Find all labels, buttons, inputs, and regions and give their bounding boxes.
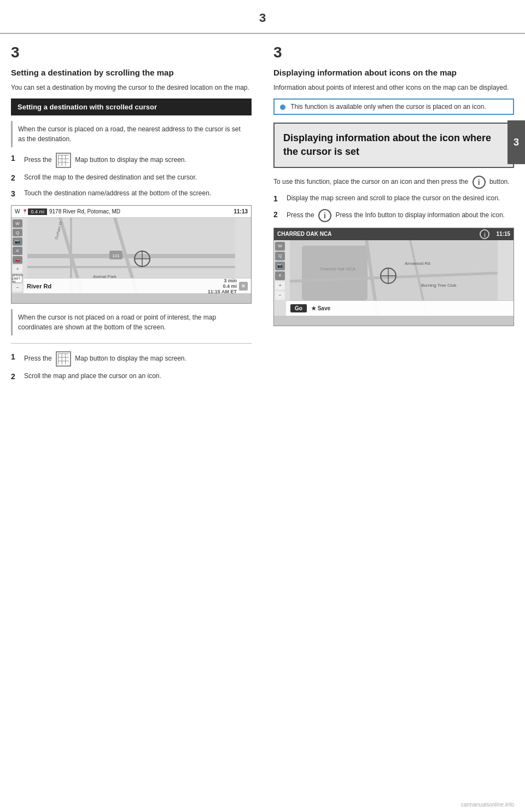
map-info-icon[interactable]: i — [480, 229, 489, 239]
left-section-title: Setting a destination by scrolling the m… — [11, 67, 252, 78]
right-highlight-box: Displaying information about the icon wh… — [273, 123, 514, 167]
eta-min-1: 3 min — [208, 278, 237, 283]
right-intro-text: Information about points of interest and… — [273, 83, 514, 93]
step2-number-1: 1 — [11, 351, 24, 363]
left-note-text-2: When the cursor is not placed on a road … — [18, 314, 216, 331]
main-columns: 3 Setting a destination by scrolling the… — [0, 38, 525, 812]
left-note-box-2: When the cursor is not placed on a road … — [11, 309, 252, 335]
right-step-2: 2 Press the i Press the Info button to d… — [273, 209, 514, 222]
svg-rect-14 — [302, 246, 368, 300]
right-blue-note: This function is available only when the… — [273, 98, 514, 115]
step2-text-1: Press the Map button to display the map … — [24, 351, 252, 367]
right-column: 3 Displaying information about icons on … — [268, 38, 514, 812]
top-border — [0, 33, 525, 34]
left-column: 3 Setting a destination by scrolling the… — [11, 38, 257, 812]
svg-text:Charred Oak NCA: Charred Oak NCA — [320, 266, 356, 271]
sidebar-vehicle-icon[interactable]: 🚗 — [13, 256, 22, 264]
step-number-2: 2 — [11, 172, 24, 184]
step-text-2: Scroll the map to the desired destinatio… — [24, 172, 252, 182]
map-body-1: W Q 📷 ≡ 🚗 + SPEEDLIMIT40 − — [11, 218, 251, 293]
step2-text-2: Scroll the map and place the cursor on a… — [24, 371, 252, 381]
sidebar-plus-icon[interactable]: + — [13, 265, 22, 273]
watermark: carmanualsonline.info — [461, 802, 514, 808]
svg-text:Burning Tree Club: Burning Tree Club — [421, 283, 457, 288]
step-number-1: 1 — [11, 153, 24, 164]
map-grid-icon-2[interactable] — [56, 351, 71, 367]
left-step-1: 1 Press the Map button to display the ma… — [11, 153, 252, 168]
highlight-box-text: Displaying information about the icon wh… — [283, 132, 491, 157]
map-street-name-1: River Rd — [27, 283, 51, 289]
step2-number-2: 2 — [11, 371, 24, 382]
left-black-bar: Setting a destination with scrolled curs… — [11, 98, 252, 115]
left-note-box: When the cursor is placed on a road, the… — [11, 121, 252, 147]
map-time-2: 11:15 — [496, 231, 510, 237]
map-top-bar-1: W 📍 0.4 mi 9178 River Rd, Potomac, MD 11… — [11, 206, 251, 218]
svg-text:101: 101 — [112, 253, 120, 258]
info-circle-icon[interactable]: i — [472, 176, 486, 189]
map-title-2: CHARRED OAK NCA — [277, 231, 477, 237]
map-body-2: W Q 📷 ≡ + − Charred Oak NCA — [274, 240, 514, 316]
left-intro-text: You can set a destination by moving the … — [11, 83, 252, 93]
chapter-tab-number: 3 — [514, 137, 519, 148]
sidebar-layers-icon[interactable]: ≡ — [13, 247, 22, 255]
sidebar2-camera-icon[interactable]: 📷 — [275, 262, 285, 270]
sidebar-globe-icon[interactable]: W — [13, 219, 22, 228]
left-black-bar-text: Setting a destination with scrolled curs… — [18, 103, 157, 111]
map-grid-icon-1[interactable] — [56, 153, 71, 168]
right-step-number-2: 2 — [273, 209, 287, 221]
right-steps-intro: To use this function, place the cursor o… — [273, 176, 514, 189]
right-section-number: 3 — [273, 44, 514, 61]
right-step-number-1: 1 — [273, 193, 287, 205]
sidebar2-plus-icon[interactable]: + — [275, 281, 285, 290]
map-address-1: 9178 River Rd, Potomac, MD — [49, 208, 234, 214]
chapter-tab: 3 — [508, 120, 525, 164]
step-number-3: 3 — [11, 188, 24, 200]
map-distance-1: 0.4 mi — [28, 208, 47, 215]
left-step-3: 3 Touch the destination name/address at … — [11, 188, 252, 200]
sidebar-camera-icon[interactable]: 📷 — [13, 237, 22, 246]
save-button[interactable]: ★ Save — [311, 305, 330, 311]
svg-text:Arrowood Rd: Arrowood Rd — [405, 261, 430, 266]
go-button[interactable]: Go — [290, 304, 307, 312]
map-eta-1: 3 min 0.4 mi 11:15 AM ET — [208, 278, 237, 294]
map-bottom-bar-2: Go ★ Save — [286, 300, 514, 316]
map-screenshot-1: W 📍 0.4 mi 9178 River Rd, Potomac, MD 11… — [11, 205, 252, 304]
sidebar-speed-icon: SPEEDLIMIT40 — [13, 274, 22, 283]
left-step2-1: 1 Press the Map button to display the ma… — [11, 351, 252, 367]
right-blue-note-text: This function is available only when the… — [290, 103, 486, 111]
sidebar2-minus-icon[interactable]: − — [275, 291, 285, 300]
step-text-3: Touch the destination name/address at th… — [24, 188, 252, 198]
map-sidebar-2: W Q 📷 ≡ + − — [275, 240, 287, 316]
map-close-btn-1[interactable]: ✕ — [239, 282, 248, 291]
map-bottom-bar-1[interactable]: River Rd 3 min 0.4 mi 11:15 AM ET ✕ — [24, 278, 251, 293]
eta-time-1: 11:15 AM ET — [208, 289, 237, 294]
right-step-text-2: Press the i Press the Info button to dis… — [287, 209, 514, 222]
left-divider — [11, 343, 252, 344]
sidebar2-layers-icon[interactable]: ≡ — [275, 271, 285, 280]
page-container: 3 3 3 Setting a destination by scrolling… — [0, 0, 525, 812]
left-step-2: 2 Scroll the map to the desired destinat… — [11, 172, 252, 184]
sidebar2-zoom-icon[interactable]: Q — [275, 252, 285, 260]
eta-dist-1: 0.4 mi — [208, 283, 237, 289]
info-circle-icon-2[interactable]: i — [318, 209, 331, 222]
top-section-number: 3 — [259, 11, 266, 25]
right-step-1: 1 Display the map screen and scroll to p… — [273, 193, 514, 205]
left-step2-2: 2 Scroll the map and place the cursor on… — [11, 371, 252, 382]
right-step-text-1: Display the map screen and scroll to pla… — [287, 193, 514, 203]
left-note-text: When the cursor is placed on a road, the… — [18, 125, 241, 143]
step-text-1: Press the Map button to display the map … — [24, 153, 252, 168]
map-time-1: 11:13 — [234, 208, 248, 214]
right-section-title: Displaying information about icons on th… — [273, 67, 514, 78]
blue-dot-icon — [280, 105, 285, 110]
map-top-bar-2: CHARRED OAK NCA i 11:15 — [274, 228, 514, 240]
map-screenshot-2: CHARRED OAK NCA i 11:15 W Q 📷 ≡ + − — [273, 228, 514, 326]
sidebar2-globe-icon[interactable]: W — [275, 242, 285, 251]
left-section-number: 3 — [11, 44, 252, 61]
map-sidebar-1: W Q 📷 ≡ 🚗 + SPEEDLIMIT40 − — [13, 218, 25, 293]
sidebar-minus-icon[interactable]: − — [13, 284, 22, 292]
sidebar-zoom-icon[interactable]: Q — [13, 229, 22, 237]
